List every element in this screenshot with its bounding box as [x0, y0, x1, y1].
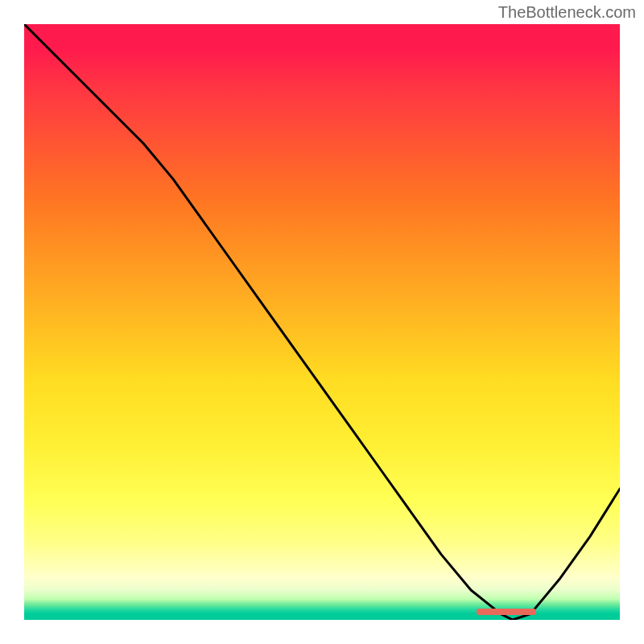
plot-area [24, 24, 620, 620]
watermark-text: TheBottleneck.com [498, 3, 636, 22]
optimal-zone-marker [477, 609, 536, 615]
bottleneck-curve [24, 24, 620, 620]
